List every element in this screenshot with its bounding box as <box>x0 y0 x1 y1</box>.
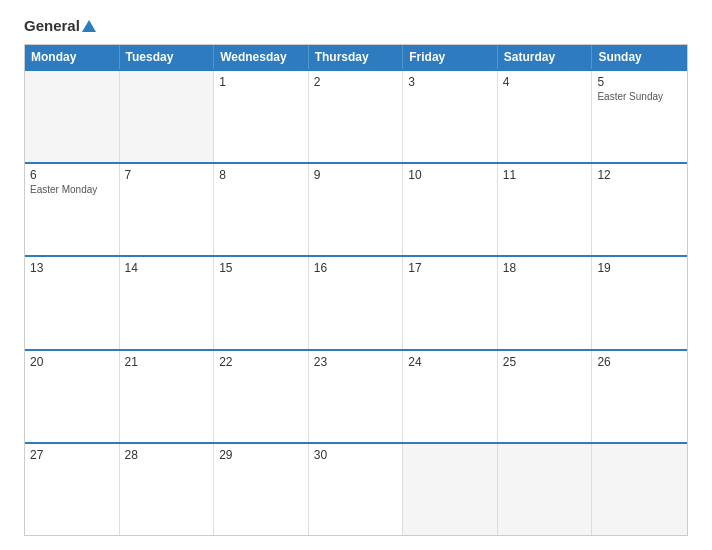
calendar-cell: 19 <box>592 257 687 348</box>
header: General <box>24 18 688 34</box>
logo-triangle-icon <box>82 20 96 32</box>
day-number: 10 <box>408 168 492 182</box>
day-number: 30 <box>314 448 398 462</box>
calendar-cell: 7 <box>120 164 215 255</box>
logo-text: General <box>24 18 96 34</box>
day-number: 27 <box>30 448 114 462</box>
day-number: 12 <box>597 168 682 182</box>
calendar-cell: 21 <box>120 351 215 442</box>
holiday-label: Easter Sunday <box>597 91 682 103</box>
day-number: 13 <box>30 261 114 275</box>
calendar-cell: 6Easter Monday <box>25 164 120 255</box>
day-number: 6 <box>30 168 114 182</box>
calendar-cell: 22 <box>214 351 309 442</box>
calendar-cell: 18 <box>498 257 593 348</box>
day-number: 23 <box>314 355 398 369</box>
calendar-cell: 13 <box>25 257 120 348</box>
calendar-cell: 24 <box>403 351 498 442</box>
calendar-cell: 29 <box>214 444 309 535</box>
calendar-cell <box>403 444 498 535</box>
calendar-cell: 27 <box>25 444 120 535</box>
day-header-thursday: Thursday <box>309 45 404 69</box>
day-number: 9 <box>314 168 398 182</box>
calendar-cell <box>592 444 687 535</box>
day-header-tuesday: Tuesday <box>120 45 215 69</box>
day-number: 21 <box>125 355 209 369</box>
day-header-sunday: Sunday <box>592 45 687 69</box>
calendar-grid: MondayTuesdayWednesdayThursdayFridaySatu… <box>24 44 688 536</box>
calendar-cell: 8 <box>214 164 309 255</box>
day-number: 14 <box>125 261 209 275</box>
calendar-cell: 20 <box>25 351 120 442</box>
day-number: 19 <box>597 261 682 275</box>
day-number: 16 <box>314 261 398 275</box>
calendar-cell: 9 <box>309 164 404 255</box>
calendar-cell: 26 <box>592 351 687 442</box>
calendar-cell: 15 <box>214 257 309 348</box>
day-number: 8 <box>219 168 303 182</box>
day-number: 2 <box>314 75 398 89</box>
day-number: 1 <box>219 75 303 89</box>
calendar-cell: 12 <box>592 164 687 255</box>
week-row-4: 20212223242526 <box>25 349 687 442</box>
calendar-cell <box>25 71 120 162</box>
week-row-5: 27282930 <box>25 442 687 535</box>
day-header-wednesday: Wednesday <box>214 45 309 69</box>
calendar-cell: 10 <box>403 164 498 255</box>
calendar-cell <box>120 71 215 162</box>
calendar-header: MondayTuesdayWednesdayThursdayFridaySatu… <box>25 45 687 69</box>
day-number: 17 <box>408 261 492 275</box>
calendar-cell: 17 <box>403 257 498 348</box>
day-number: 29 <box>219 448 303 462</box>
calendar-cell <box>498 444 593 535</box>
day-number: 22 <box>219 355 303 369</box>
calendar-cell: 28 <box>120 444 215 535</box>
day-number: 11 <box>503 168 587 182</box>
holiday-label: Easter Monday <box>30 184 114 196</box>
calendar-cell: 25 <box>498 351 593 442</box>
day-header-friday: Friday <box>403 45 498 69</box>
calendar-cell: 2 <box>309 71 404 162</box>
day-number: 18 <box>503 261 587 275</box>
day-number: 20 <box>30 355 114 369</box>
day-number: 4 <box>503 75 587 89</box>
day-number: 25 <box>503 355 587 369</box>
day-number: 28 <box>125 448 209 462</box>
calendar-cell: 30 <box>309 444 404 535</box>
week-row-1: 12345Easter Sunday <box>25 69 687 162</box>
logo-general: General <box>24 17 96 34</box>
day-number: 15 <box>219 261 303 275</box>
calendar-cell: 11 <box>498 164 593 255</box>
calendar-cell: 3 <box>403 71 498 162</box>
calendar-cell: 5Easter Sunday <box>592 71 687 162</box>
calendar-cell: 1 <box>214 71 309 162</box>
logo: General <box>24 18 96 34</box>
calendar-page: General MondayTuesdayWednesdayThursdayFr… <box>0 0 712 550</box>
week-row-3: 13141516171819 <box>25 255 687 348</box>
day-number: 24 <box>408 355 492 369</box>
day-header-saturday: Saturday <box>498 45 593 69</box>
calendar-cell: 14 <box>120 257 215 348</box>
calendar-cell: 4 <box>498 71 593 162</box>
week-row-2: 6Easter Monday789101112 <box>25 162 687 255</box>
day-header-monday: Monday <box>25 45 120 69</box>
calendar-cell: 23 <box>309 351 404 442</box>
day-number: 5 <box>597 75 682 89</box>
day-number: 7 <box>125 168 209 182</box>
calendar-cell: 16 <box>309 257 404 348</box>
day-number: 26 <box>597 355 682 369</box>
day-number: 3 <box>408 75 492 89</box>
